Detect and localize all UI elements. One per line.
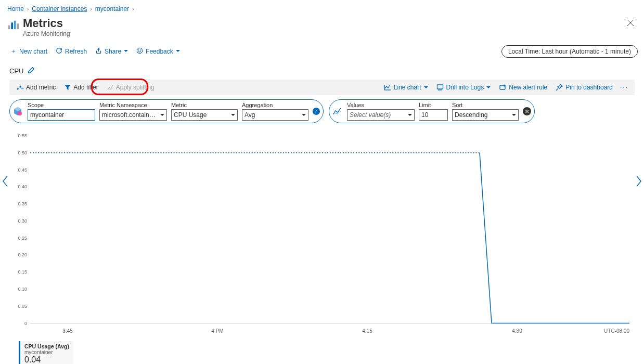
namespace-value: microsoft.containerinst... <box>102 111 157 119</box>
split-query-pill: Values Select value(s) Limit 10 Sort Des… <box>329 99 535 123</box>
svg-text:0: 0 <box>24 321 27 326</box>
edit-icon[interactable] <box>28 67 35 75</box>
breadcrumb-mycontainer[interactable]: mycontainer <box>95 5 129 12</box>
line-chart-icon <box>384 84 391 91</box>
refresh-label: Refresh <box>65 48 87 55</box>
sort-label: Sort <box>452 102 519 108</box>
svg-text:0.35: 0.35 <box>18 201 28 206</box>
chevron-down-icon <box>486 86 491 90</box>
chevron-down-icon <box>424 86 428 90</box>
remove-split-button[interactable]: ✕ <box>523 107 531 115</box>
add-metric-button[interactable]: Add metric <box>12 82 60 93</box>
chart-title-row: CPU <box>0 62 644 80</box>
line-chart-label: Line chart <box>394 84 421 91</box>
share-label: Share <box>105 48 121 55</box>
drill-icon <box>436 84 444 91</box>
svg-rect-3 <box>17 23 19 29</box>
breadcrumb: Home › Container instances › mycontainer… <box>0 0 644 16</box>
svg-point-8 <box>140 49 141 50</box>
refresh-button[interactable]: Refresh <box>51 45 91 58</box>
sort-value: Descending <box>455 111 487 119</box>
chevron-down-icon <box>176 50 180 54</box>
chevron-right-icon: › <box>132 6 134 12</box>
metric-query-pill: Scope mycontainer Metric Namespace micro… <box>9 99 324 123</box>
svg-point-17 <box>18 111 22 115</box>
refresh-icon <box>56 47 62 56</box>
add-filter-button[interactable]: Add filter <box>60 82 102 93</box>
add-filter-label: Add filter <box>73 84 98 91</box>
svg-text:4:15: 4:15 <box>362 328 372 334</box>
more-button[interactable]: ··· <box>617 84 632 91</box>
values-select[interactable]: Select value(s) <box>347 109 415 121</box>
breadcrumb-home[interactable]: Home <box>7 5 24 12</box>
feedback-icon <box>136 47 143 56</box>
svg-text:4 PM: 4 PM <box>211 328 223 334</box>
chevron-right-icon: › <box>90 6 92 12</box>
legend-value: 0.04 <box>24 355 69 364</box>
pin-button[interactable]: Pin to dashboard <box>551 82 617 93</box>
confirm-query-button[interactable]: ✓ <box>313 108 320 115</box>
feedback-label: Feedback <box>146 48 173 55</box>
prev-page-button[interactable] <box>2 175 9 189</box>
aggregation-value: Avg <box>244 111 255 119</box>
apply-splitting-button[interactable]: Apply splitting <box>102 82 159 93</box>
aggregation-label: Aggregation <box>242 102 308 108</box>
svg-rect-1 <box>11 22 13 29</box>
svg-text:0.40: 0.40 <box>18 184 28 189</box>
pin-label: Pin to dashboard <box>565 84 613 91</box>
svg-text:0.55: 0.55 <box>18 133 28 138</box>
svg-text:0.30: 0.30 <box>18 218 28 224</box>
new-alert-label: New alert rule <box>509 84 547 91</box>
chevron-down-icon <box>408 114 412 118</box>
chevron-right-icon: › <box>27 6 29 12</box>
scope-value: mycontainer <box>30 111 64 119</box>
feedback-button[interactable]: Feedback <box>132 45 184 58</box>
new-alert-button[interactable]: New alert rule <box>495 82 551 93</box>
time-range-picker[interactable]: Local Time: Last hour (Automatic - 1 min… <box>501 45 638 58</box>
svg-point-11 <box>22 88 24 89</box>
sort-select[interactable]: Descending <box>452 109 519 121</box>
metrics-icon <box>7 19 19 30</box>
breadcrumb-container-instances[interactable]: Container instances <box>32 5 87 12</box>
namespace-label: Metric Namespace <box>99 102 167 108</box>
svg-text:0.25: 0.25 <box>18 236 28 241</box>
scope-select[interactable]: mycontainer <box>28 109 95 121</box>
svg-text:0.15: 0.15 <box>18 269 28 275</box>
add-metric-label: Add metric <box>26 84 56 91</box>
svg-text:4:30: 4:30 <box>512 328 522 334</box>
drill-logs-label: Drill into Logs <box>446 84 484 91</box>
svg-rect-2 <box>14 21 16 29</box>
query-row: Scope mycontainer Metric Namespace micro… <box>0 95 644 125</box>
chevron-down-icon <box>231 114 235 118</box>
svg-text:0.20: 0.20 <box>18 252 28 257</box>
chart-area: 00.050.100.150.200.250.300.350.400.450.5… <box>9 131 635 339</box>
drill-logs-button[interactable]: Drill into Logs <box>432 82 495 93</box>
legend-card[interactable]: CPU Usage (Avg) mycontainer 0.04 <box>19 341 73 364</box>
pin-icon <box>556 84 563 91</box>
next-page-button[interactable] <box>635 175 642 189</box>
aggregation-select[interactable]: Avg <box>242 109 308 121</box>
namespace-select[interactable]: microsoft.containerinst... <box>99 109 167 121</box>
values-value: Select value(s) <box>350 111 391 119</box>
line-chart[interactable]: 00.050.100.150.200.250.300.350.400.450.5… <box>9 131 635 339</box>
scope-label: Scope <box>28 102 95 108</box>
metric-select[interactable]: CPU Usage <box>171 109 238 121</box>
filter-icon <box>64 84 71 91</box>
page-title: Metrics <box>23 17 70 30</box>
share-button[interactable]: Share <box>91 45 132 58</box>
svg-point-6 <box>137 48 143 54</box>
svg-text:0.45: 0.45 <box>18 167 28 173</box>
close-button[interactable] <box>624 17 637 29</box>
new-chart-button[interactable]: ＋ New chart <box>6 45 51 58</box>
split-pill-icon <box>331 106 343 117</box>
limit-input[interactable]: 10 <box>419 109 448 121</box>
svg-rect-0 <box>8 25 10 29</box>
resource-icon <box>12 106 23 117</box>
new-chart-label: New chart <box>19 48 47 55</box>
svg-rect-12 <box>437 85 443 89</box>
svg-text:3:45: 3:45 <box>62 328 73 334</box>
plus-icon: ＋ <box>10 47 17 56</box>
line-chart-button[interactable]: Line chart <box>380 82 432 93</box>
svg-text:UTC-08:00: UTC-08:00 <box>604 328 629 334</box>
chart-title: CPU <box>9 67 23 75</box>
